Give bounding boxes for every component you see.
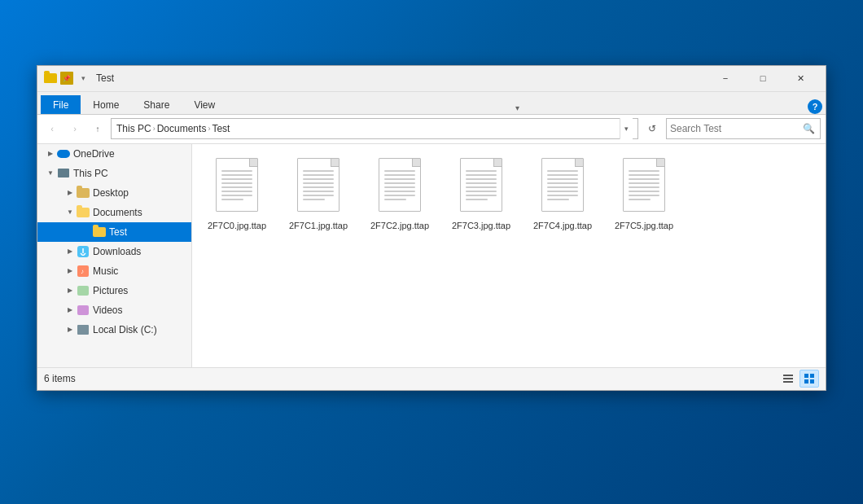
ribbon-expand-button[interactable]: ▾ <box>510 102 524 114</box>
title-icons: 📌 ▾ <box>44 72 90 85</box>
file-page <box>623 158 665 212</box>
expand-arrow-music: ▶ <box>64 261 77 281</box>
dropdown-icon[interactable]: ▾ <box>77 72 90 85</box>
file-item[interactable]: 2F7C1.jpg.ttap <box>282 152 355 237</box>
expand-arrow-local-disk: ▶ <box>64 320 77 340</box>
window-controls: − □ ✕ <box>707 65 819 91</box>
ribbon-tab-bar: File Home Share View ▾ ? <box>37 92 826 115</box>
address-path[interactable]: This PC › Documents › Test ▾ <box>111 118 638 139</box>
file-name: 2F7C5.jpg.ttap <box>615 220 673 231</box>
file-item[interactable]: 2F7C5.jpg.ttap <box>607 152 681 237</box>
sidebar-label-documents: Documents <box>93 207 142 218</box>
file-page <box>379 158 421 212</box>
sidebar: ▶ OneDrive ▼ This PC ▶ Deskto <box>37 144 192 367</box>
view-buttons <box>778 370 819 388</box>
svg-rect-1 <box>783 375 793 376</box>
window-title: Test <box>96 72 707 84</box>
title-bar: 📌 ▾ Test − □ ✕ <box>37 66 826 92</box>
file-page-corner <box>331 159 339 167</box>
file-page <box>297 158 340 212</box>
svg-rect-4 <box>804 374 808 378</box>
address-bar: ‹ › ↑ This PC › Documents › Test ▾ ↺ 🔍 <box>37 115 826 144</box>
sidebar-item-music[interactable]: ▶ ♪ Music <box>37 261 191 281</box>
svg-rect-6 <box>804 379 808 383</box>
large-icons-view-button[interactable] <box>799 370 819 388</box>
expand-arrow-downloads: ▶ <box>64 242 77 261</box>
file-item[interactable]: 2F7C2.jpg.ttap <box>363 152 436 237</box>
expand-arrow-documents: ▼ <box>64 203 77 222</box>
file-lines <box>303 170 334 200</box>
up-button[interactable]: ↑ <box>88 119 107 138</box>
forward-button[interactable]: › <box>65 119 85 138</box>
file-name: 2F7C0.jpg.ttap <box>208 220 266 231</box>
svg-rect-5 <box>810 374 814 378</box>
test-folder-icon <box>93 226 106 239</box>
search-box: 🔍 <box>666 118 821 139</box>
tab-home[interactable]: Home <box>81 95 131 114</box>
file-lines <box>384 170 415 200</box>
file-item[interactable]: 2F7C4.jpg.ttap <box>526 152 599 237</box>
file-lines <box>547 170 578 200</box>
item-count: 6 items <box>44 373 76 384</box>
sidebar-label-this-pc: This PC <box>73 168 108 179</box>
onedrive-icon <box>57 147 70 160</box>
sidebar-item-this-pc[interactable]: ▼ This PC <box>37 164 191 183</box>
tab-share[interactable]: Share <box>131 95 182 114</box>
sidebar-label-pictures: Pictures <box>93 285 128 296</box>
refresh-button[interactable]: ↺ <box>642 118 663 139</box>
sidebar-label-local-disk: Local Disk (C:) <box>93 324 157 335</box>
address-dropdown[interactable]: ▾ <box>620 118 633 139</box>
tab-view[interactable]: View <box>182 95 227 114</box>
file-page <box>541 158 584 212</box>
maximize-button[interactable]: □ <box>744 65 782 91</box>
sidebar-label-onedrive: OneDrive <box>73 148 115 160</box>
sidebar-item-onedrive[interactable]: ▶ OneDrive <box>37 144 191 164</box>
sidebar-label-test: Test <box>109 226 127 238</box>
ribbon-help-button[interactable]: ? <box>808 99 822 114</box>
expand-arrow-videos: ▶ <box>64 300 77 320</box>
expand-arrow-onedrive: ▶ <box>44 144 57 164</box>
documents-icon <box>77 206 90 219</box>
sidebar-label-downloads: Downloads <box>93 246 141 257</box>
ribbon: File Home Share View ▾ ? <box>37 92 826 115</box>
file-icon <box>212 158 261 217</box>
sidebar-label-videos: Videos <box>93 305 122 316</box>
expand-arrow-test <box>80 222 93 242</box>
downloads-icon <box>77 245 90 258</box>
file-page-corner <box>575 159 583 167</box>
file-page-corner <box>493 159 502 167</box>
file-icon <box>457 158 506 217</box>
file-lines <box>466 170 497 200</box>
minimize-button[interactable]: − <box>707 65 744 91</box>
pictures-icon <box>77 284 90 297</box>
file-page <box>216 158 258 212</box>
svg-rect-2 <box>783 378 793 379</box>
search-button[interactable]: 🔍 <box>801 123 817 134</box>
file-item[interactable]: 2F7C3.jpg.ttap <box>445 152 518 237</box>
sidebar-item-local-disk[interactable]: ▶ Local Disk (C:) <box>37 320 191 340</box>
pc-icon <box>57 167 70 180</box>
file-name: 2F7C1.jpg.ttap <box>289 220 348 231</box>
path-part-test: Test <box>212 123 230 134</box>
quick-access-icon[interactable]: 📌 <box>60 72 73 85</box>
sidebar-item-videos[interactable]: ▶ Videos <box>37 300 191 320</box>
svg-text:♪: ♪ <box>81 268 84 274</box>
file-page-corner <box>656 159 664 167</box>
file-lines <box>221 170 252 200</box>
file-icon <box>538 158 587 217</box>
sidebar-item-documents[interactable]: ▼ Documents <box>37 203 191 222</box>
tab-file[interactable]: File <box>41 95 81 114</box>
details-view-button[interactable] <box>778 370 798 388</box>
desktop-icon <box>77 186 90 199</box>
explorer-window: 📌 ▾ Test − □ ✕ File Home Share View ▾ ? … <box>37 65 826 391</box>
sidebar-item-test[interactable]: Test <box>37 222 191 242</box>
videos-icon <box>77 304 90 317</box>
sidebar-item-downloads[interactable]: ▶ Downloads <box>37 242 191 261</box>
sidebar-item-pictures[interactable]: ▶ Pictures <box>37 281 191 300</box>
svg-rect-7 <box>810 379 814 383</box>
close-button[interactable]: ✕ <box>782 65 819 91</box>
sidebar-item-desktop[interactable]: ▶ Desktop <box>37 183 191 203</box>
back-button[interactable]: ‹ <box>42 119 62 138</box>
file-item[interactable]: 2F7C0.jpg.ttap <box>200 152 274 237</box>
search-input[interactable] <box>670 123 801 134</box>
